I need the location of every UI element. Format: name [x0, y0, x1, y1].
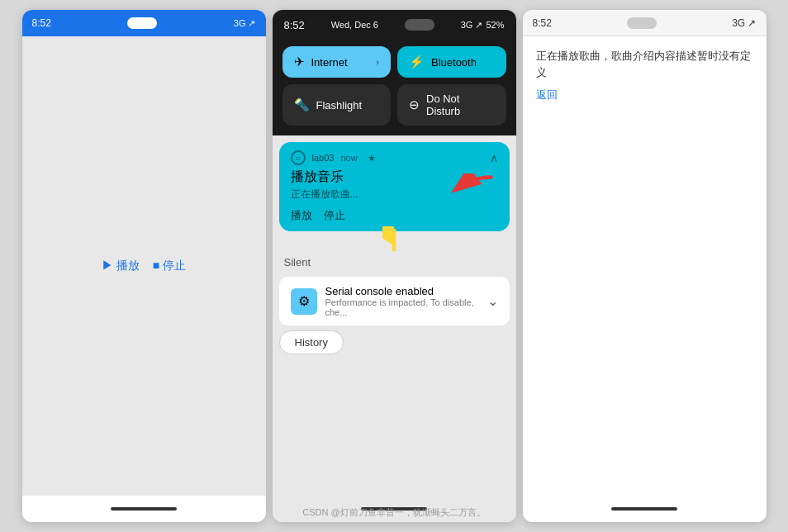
- silent-text: Silent: [284, 256, 311, 268]
- left-body: ▶ 播放 ■ 停止: [22, 36, 266, 496]
- dnd-icon: ⊖: [409, 97, 420, 112]
- music-app-name: lab03: [312, 153, 335, 163]
- csdn-watermark: CSDN @灯前刀鱼非昔一，犹渐蝇头二万言。: [302, 506, 485, 519]
- mid-date: Wed, Dec 6: [331, 20, 378, 30]
- mid-time: 8:52: [284, 19, 305, 31]
- right-signal: 3G ↗: [732, 17, 756, 29]
- serial-icon: ⚙: [291, 288, 317, 315]
- left-bottom-bar: [22, 496, 266, 522]
- right-body: 正在播放歌曲，歌曲介绍内容描述暂时没有定义 返回: [523, 36, 767, 496]
- dnd-tile[interactable]: ⊖ Do Not Disturb: [397, 84, 506, 126]
- right-time: 8:52: [533, 17, 552, 29]
- music-play-btn[interactable]: 播放: [291, 208, 312, 223]
- left-signal: 3G ↗: [234, 18, 256, 29]
- music-controls: 播放 停止: [291, 208, 498, 223]
- music-stop-btn[interactable]: 停止: [324, 208, 345, 223]
- left-phone: 8:52 3G ↗ ▶ 播放 ■ 停止: [22, 10, 266, 522]
- quick-settings-panel: ✈ Internet › ⚡ Bluetooth 🔦 Flashlight ⊖ …: [273, 40, 516, 135]
- music-notification[interactable]: ○ lab03 now ★ ∧ 播放音乐 正在播放歌曲... 播放 停止: [279, 142, 510, 231]
- left-time: 8:52: [32, 17, 51, 29]
- music-notif-time: now: [340, 153, 357, 163]
- right-main-text: 正在播放歌曲，歌曲介绍内容描述暂时没有定义: [536, 48, 753, 80]
- left-status-bar: 8:52 3G ↗: [22, 10, 266, 36]
- serial-title: Serial console enabled: [325, 285, 479, 297]
- internet-arrow: ›: [376, 57, 379, 67]
- dnd-label: Do Not Disturb: [426, 93, 495, 117]
- internet-tile[interactable]: ✈ Internet ›: [282, 46, 392, 78]
- serial-subtitle: Performance is impacted. To disable, che…: [325, 297, 479, 317]
- stop-button[interactable]: ■ 停止: [153, 259, 186, 273]
- right-status-bar: 8:52 3G ↗: [523, 10, 767, 36]
- mid-center-pill: [405, 19, 434, 31]
- music-chevron-icon[interactable]: ∧: [490, 151, 498, 164]
- right-home-indicator: [611, 507, 677, 511]
- flashlight-icon: 🔦: [294, 97, 310, 112]
- left-center-pill: [127, 17, 157, 29]
- flashlight-label: Flashlight: [316, 99, 363, 112]
- mid-phone: 8:52 Wed, Dec 6 3G ↗ 52% ✈ Internet › ⚡ …: [273, 10, 516, 522]
- notification-area: ○ lab03 now ★ ∧ 播放音乐 正在播放歌曲... 播放 停止: [273, 135, 516, 496]
- right-bottom-bar: [523, 496, 767, 522]
- right-center-pill: [627, 17, 657, 29]
- music-app-icon: ○: [291, 150, 306, 165]
- yellow-arrow-indicator: [382, 226, 406, 254]
- right-phone: 8:52 3G ↗ 正在播放歌曲，歌曲介绍内容描述暂时没有定义 返回: [523, 10, 767, 522]
- serial-text: Serial console enabled Performance is im…: [325, 285, 479, 317]
- play-button[interactable]: ▶ 播放: [102, 259, 140, 273]
- serial-chevron-icon: ⌄: [487, 293, 498, 309]
- serial-notification[interactable]: ⚙ Serial console enabled Performance is …: [279, 277, 510, 325]
- mid-status-bar: 8:52 Wed, Dec 6 3G ↗ 52%: [273, 10, 516, 40]
- mid-signal-text: 3G ↗: [461, 20, 483, 31]
- bluetooth-tile[interactable]: ⚡ Bluetooth: [397, 46, 506, 78]
- silent-label-row: Silent: [279, 253, 510, 272]
- play-stop-row: ▶ 播放 ■ 停止: [102, 259, 186, 273]
- home-indicator: [111, 507, 177, 511]
- internet-icon: ✈: [294, 55, 305, 69]
- music-star-icon: ★: [368, 153, 376, 164]
- flashlight-tile[interactable]: 🔦 Flashlight: [282, 84, 392, 126]
- bluetooth-icon: ⚡: [409, 55, 425, 69]
- back-link[interactable]: 返回: [536, 88, 558, 101]
- music-notif-header: ○ lab03 now ★ ∧: [291, 150, 498, 165]
- mid-battery: 52%: [486, 20, 504, 30]
- internet-label: Internet: [311, 56, 348, 69]
- red-arrow-indicator: [449, 173, 495, 200]
- mid-signal: 3G ↗ 52%: [461, 20, 505, 31]
- bluetooth-label: Bluetooth: [431, 56, 477, 69]
- history-button[interactable]: History: [279, 330, 344, 354]
